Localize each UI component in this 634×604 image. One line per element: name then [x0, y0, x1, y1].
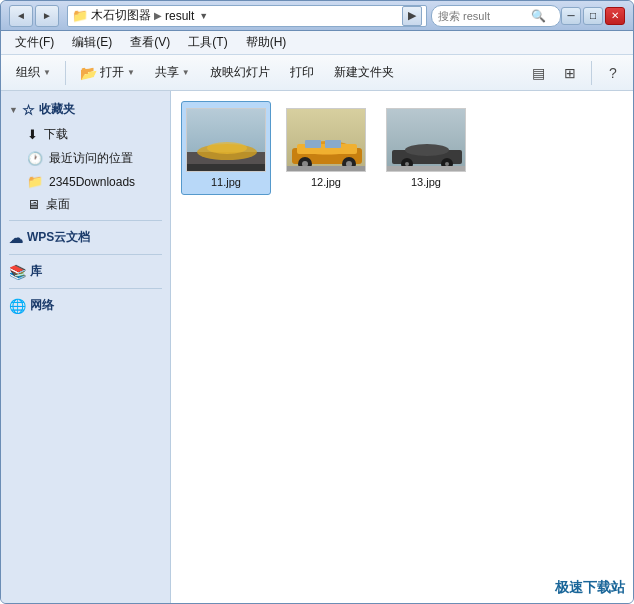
- network-label: 网络: [30, 297, 54, 314]
- path-root: 木石切图器: [91, 7, 151, 24]
- search-box[interactable]: 🔍: [431, 5, 561, 27]
- svg-point-20: [405, 162, 409, 166]
- sidebar-section-wps: ☁ WPS云文档: [1, 225, 170, 250]
- svg-rect-23: [387, 166, 465, 172]
- network-header[interactable]: 🌐 网络: [1, 293, 170, 318]
- wps-label: WPS云文档: [27, 229, 90, 246]
- thumbnail-svg-12: [287, 108, 365, 172]
- open-button[interactable]: 📂 打开 ▼: [71, 59, 144, 87]
- toolbar-separator-2: [591, 61, 592, 85]
- svg-rect-4: [187, 164, 265, 172]
- 2345downloads-icon: 📁: [27, 174, 43, 189]
- maximize-button[interactable]: □: [583, 7, 603, 25]
- window-controls: ─ □ ✕: [561, 7, 625, 25]
- sidebar-divider-3: [9, 288, 162, 289]
- thumbnail-svg-13: [387, 108, 465, 172]
- path-dropdown-icon: ▼: [199, 11, 208, 21]
- wps-header[interactable]: ☁ WPS云文档: [1, 225, 170, 250]
- file-label-11: 11.jpg: [211, 176, 241, 188]
- downloads-icon: ⬇: [27, 127, 38, 142]
- file-item-11[interactable]: 11.jpg: [181, 101, 271, 195]
- watermark: 极速下载站: [555, 579, 625, 597]
- file-label-13: 13.jpg: [411, 176, 441, 188]
- address-path: 📁 木石切图器 ▶ result ▼: [72, 7, 398, 24]
- nav-buttons: ◄ ►: [9, 5, 59, 27]
- help-button[interactable]: ?: [599, 59, 627, 87]
- svg-rect-15: [287, 166, 365, 172]
- library-header[interactable]: 📚 库: [1, 259, 170, 284]
- favorites-header[interactable]: ▼ ☆ 收藏夹: [1, 97, 170, 122]
- new-folder-label: 新建文件夹: [334, 64, 394, 81]
- network-icon: 🌐: [9, 298, 26, 314]
- help-icon: ?: [609, 65, 617, 81]
- menu-file[interactable]: 文件(F): [7, 32, 62, 53]
- search-icon[interactable]: 🔍: [531, 9, 546, 23]
- view-toggle-button[interactable]: ▤: [524, 59, 552, 87]
- main-content: ▼ ☆ 收藏夹 ⬇ 下载 🕐 最近访问的位置 📁 2345Downloads: [1, 91, 633, 603]
- sidebar-section-network: 🌐 网络: [1, 293, 170, 318]
- wps-icon: ☁: [9, 230, 23, 246]
- svg-rect-10: [325, 140, 341, 148]
- file-item-13[interactable]: 13.jpg: [381, 101, 471, 195]
- downloads-label: 下载: [44, 126, 68, 143]
- open-icon: 📂: [80, 65, 97, 81]
- file-area[interactable]: 11.jpg: [171, 91, 633, 603]
- toolbar-separator-1: [65, 61, 66, 85]
- file-thumbnail-13: [386, 108, 466, 172]
- favorites-icon: ☆: [22, 102, 35, 118]
- menu-help[interactable]: 帮助(H): [238, 32, 295, 53]
- sidebar-item-desktop[interactable]: 🖥 桌面: [5, 193, 166, 216]
- share-label: 共享: [155, 64, 179, 81]
- path-current: result: [165, 9, 194, 23]
- menu-view[interactable]: 查看(V): [122, 32, 178, 53]
- sidebar-divider-2: [9, 254, 162, 255]
- sidebar-section-library: 📚 库: [1, 259, 170, 284]
- view-layout-button[interactable]: ⊞: [556, 59, 584, 87]
- open-dropdown-icon: ▼: [127, 68, 135, 77]
- file-thumbnail-11: [186, 108, 266, 172]
- organize-label: 组织: [16, 64, 40, 81]
- menu-bar: 文件(F) 编辑(E) 查看(V) 工具(T) 帮助(H): [1, 31, 633, 55]
- search-input[interactable]: [438, 10, 528, 22]
- close-button[interactable]: ✕: [605, 7, 625, 25]
- svg-point-18: [405, 144, 449, 156]
- file-item-12[interactable]: 12.jpg: [281, 101, 371, 195]
- explorer-window: ◄ ► 📁 木石切图器 ▶ result ▼ ▶: [0, 0, 634, 604]
- sidebar: ▼ ☆ 收藏夹 ⬇ 下载 🕐 最近访问的位置 📁 2345Downloads: [1, 91, 171, 603]
- svg-point-22: [445, 162, 449, 166]
- print-button[interactable]: 打印: [281, 59, 323, 87]
- share-button[interactable]: 共享 ▼: [146, 59, 199, 87]
- svg-rect-9: [305, 140, 321, 148]
- toolbar-right: ▤ ⊞ ?: [524, 59, 627, 87]
- address-bar[interactable]: 📁 木石切图器 ▶ result ▼ ▶: [67, 5, 427, 27]
- organize-button[interactable]: 组织 ▼: [7, 59, 60, 87]
- desktop-label: 桌面: [46, 196, 70, 213]
- sidebar-section-favorites: ▼ ☆ 收藏夹 ⬇ 下载 🕐 最近访问的位置 📁 2345Downloads: [1, 97, 170, 216]
- back-button[interactable]: ◄: [9, 5, 33, 27]
- address-go-button[interactable]: ▶: [402, 6, 422, 26]
- path-arrow: ▶: [154, 10, 162, 21]
- title-bar: ◄ ► 📁 木石切图器 ▶ result ▼ ▶: [1, 1, 633, 31]
- sidebar-item-2345downloads[interactable]: 📁 2345Downloads: [5, 171, 166, 192]
- slideshow-button[interactable]: 放映幻灯片: [201, 59, 279, 87]
- slideshow-label: 放映幻灯片: [210, 64, 270, 81]
- menu-edit[interactable]: 编辑(E): [64, 32, 120, 53]
- recent-icon: 🕐: [27, 151, 43, 166]
- file-thumbnail-12: [286, 108, 366, 172]
- new-folder-button[interactable]: 新建文件夹: [325, 59, 403, 87]
- open-label: 打开: [100, 64, 124, 81]
- forward-button[interactable]: ►: [35, 5, 59, 27]
- minimize-button[interactable]: ─: [561, 7, 581, 25]
- sidebar-divider-1: [9, 220, 162, 221]
- file-grid: 11.jpg: [181, 101, 623, 195]
- 2345downloads-label: 2345Downloads: [49, 175, 135, 189]
- organize-dropdown-icon: ▼: [43, 68, 51, 77]
- desktop-icon: 🖥: [27, 197, 40, 212]
- sidebar-item-recent[interactable]: 🕐 最近访问的位置: [5, 147, 166, 170]
- folder-icon: 📁: [72, 8, 88, 23]
- svg-point-3: [207, 142, 247, 154]
- toolbar: 组织 ▼ 📂 打开 ▼ 共享 ▼ 放映幻灯片 打印 新建文件夹 ▤ ⊞: [1, 55, 633, 91]
- menu-tools[interactable]: 工具(T): [180, 32, 235, 53]
- sidebar-item-downloads[interactable]: ⬇ 下载: [5, 123, 166, 146]
- file-label-12: 12.jpg: [311, 176, 341, 188]
